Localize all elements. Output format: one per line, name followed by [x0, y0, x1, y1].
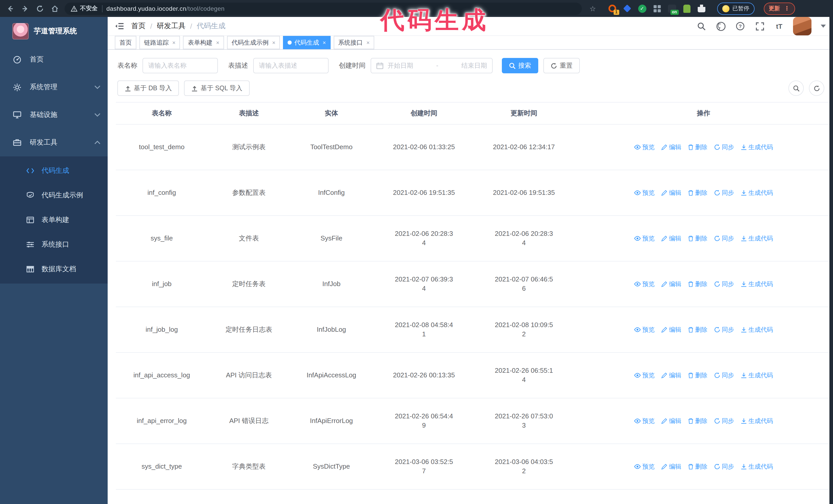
extension-icon-green-check[interactable]: ✓ — [638, 4, 647, 13]
window-scrollbar[interactable] — [829, 17, 833, 504]
sidebar-item-system-api[interactable]: 系统接口 — [0, 232, 108, 257]
preview-link[interactable]: 预览 — [634, 371, 654, 380]
github-icon[interactable] — [715, 21, 727, 32]
sync-link[interactable]: 同步 — [714, 325, 734, 334]
generate-code-link[interactable]: 生成代码 — [741, 143, 773, 152]
refresh-table-button[interactable] — [809, 80, 824, 96]
sync-link[interactable]: 同步 — [714, 371, 734, 380]
close-icon[interactable]: × — [172, 40, 175, 46]
close-icon[interactable]: × — [323, 40, 326, 46]
paused-badge[interactable]: 已暂停 — [717, 2, 754, 15]
tab-home[interactable]: 首页 — [115, 36, 136, 49]
tab-codegen-example[interactable]: 代码生成示例× — [227, 36, 280, 49]
reset-button[interactable]: 重置 — [543, 58, 580, 73]
search-icon[interactable] — [696, 21, 707, 32]
sidebar-item-db-doc[interactable]: 数据库文档 — [0, 257, 108, 282]
tab-form-builder[interactable]: 表单构建× — [183, 36, 224, 49]
sync-link[interactable]: 同步 — [714, 188, 734, 197]
toggle-search-button[interactable] — [788, 80, 804, 96]
sync-link[interactable]: 同步 — [714, 280, 734, 289]
generate-code-link[interactable]: 生成代码 — [741, 188, 773, 197]
kebab-menu-icon[interactable]: ⋮ — [784, 5, 790, 12]
date-range-input[interactable]: 开始日期 - 结束日期 — [371, 58, 493, 73]
home-icon[interactable] — [50, 3, 60, 14]
generate-code-link[interactable]: 生成代码 — [741, 416, 773, 426]
address-bar[interactable]: 不安全 dashboard.yudao.iocoder.cn/tool/code… — [65, 2, 582, 15]
generate-code-link[interactable]: 生成代码 — [741, 325, 773, 334]
back-icon[interactable] — [5, 3, 15, 14]
extension-icon-grid[interactable] — [652, 4, 662, 13]
edit-link[interactable]: 编辑 — [661, 234, 681, 243]
search-button[interactable]: 搜索 — [502, 58, 538, 73]
sidebar-item-codegen[interactable]: 代码生成 — [0, 159, 108, 183]
import-db-button[interactable]: 基于 DB 导入 — [117, 80, 179, 96]
fullscreen-icon[interactable] — [754, 21, 765, 32]
preview-link[interactable]: 预览 — [634, 325, 654, 334]
sync-link[interactable]: 同步 — [714, 462, 734, 471]
extension-icon-green-robot[interactable] — [682, 4, 691, 13]
sync-link[interactable]: 同步 — [714, 234, 734, 243]
extension-icon-puzzle[interactable] — [697, 4, 706, 13]
form-icon — [26, 216, 34, 223]
security-warning[interactable]: 不安全 — [71, 5, 98, 12]
url-text[interactable]: dashboard.yudao.iocoder.cn/tool/codegen — [106, 5, 224, 12]
sidebar-item-codegen-example[interactable]: 代码生成示例 — [0, 183, 108, 208]
table-desc-input[interactable]: 请输入表描述 — [253, 58, 329, 73]
preview-link[interactable]: 预览 — [634, 234, 654, 243]
import-sql-button[interactable]: 基于 SQL 导入 — [184, 80, 249, 96]
preview-link[interactable]: 预览 — [634, 280, 654, 289]
sync-link[interactable]: 同步 — [714, 143, 734, 152]
preview-link[interactable]: 预览 — [634, 188, 654, 197]
extension-icon-dark-on[interactable]: on — [667, 4, 676, 13]
extension-icon-orange[interactable]: 1 — [608, 4, 617, 13]
delete-link[interactable]: 删除 — [688, 325, 708, 334]
delete-link[interactable]: 删除 — [688, 143, 708, 152]
generate-code-link[interactable]: 生成代码 — [741, 234, 773, 243]
preview-link[interactable]: 预览 — [634, 462, 654, 471]
breadcrumb-home[interactable]: 首页 — [131, 22, 146, 31]
delete-link[interactable]: 删除 — [688, 234, 708, 243]
edit-link[interactable]: 编辑 — [661, 325, 681, 334]
update-button[interactable]: 更新 ⋮ — [764, 2, 795, 15]
avatar-caret-icon[interactable] — [821, 25, 826, 28]
table-name-input[interactable]: 请输入表名称 — [143, 58, 218, 73]
generate-code-link[interactable]: 生成代码 — [741, 371, 773, 380]
edit-link[interactable]: 编辑 — [661, 143, 681, 152]
help-icon[interactable]: ? — [735, 21, 746, 32]
preview-link[interactable]: 预览 — [634, 143, 654, 152]
delete-link[interactable]: 删除 — [688, 188, 708, 197]
sync-link[interactable]: 同步 — [714, 416, 734, 426]
edit-link[interactable]: 编辑 — [661, 416, 681, 426]
reload-icon[interactable] — [35, 3, 45, 14]
tab-codegen[interactable]: 代码生成× — [283, 36, 331, 49]
close-icon[interactable]: × — [272, 40, 276, 46]
sidebar-item-dev-tools[interactable]: 研发工具 — [0, 129, 108, 157]
avatar[interactable] — [793, 17, 811, 35]
generate-code-link[interactable]: 生成代码 — [741, 462, 773, 471]
sidebar-item-infrastructure[interactable]: 基础设施 — [0, 101, 108, 129]
edit-link[interactable]: 编辑 — [661, 371, 681, 380]
sidebar-item-system[interactable]: 系统管理 — [0, 73, 108, 101]
edit-link[interactable]: 编辑 — [661, 280, 681, 289]
breadcrumb-dev-tools[interactable]: 研发工具 — [157, 22, 186, 31]
delete-link[interactable]: 删除 — [688, 371, 708, 380]
close-icon[interactable]: × — [216, 40, 219, 46]
close-icon[interactable]: × — [366, 40, 370, 46]
tab-tracing[interactable]: 链路追踪× — [139, 36, 180, 49]
delete-link[interactable]: 删除 — [688, 416, 708, 426]
font-size-icon[interactable]: tT — [774, 21, 785, 32]
extension-icon-gem[interactable] — [623, 4, 632, 13]
edit-link[interactable]: 编辑 — [661, 188, 681, 197]
delete-link[interactable]: 删除 — [688, 280, 708, 289]
app-logo[interactable]: 芋道管理系统 — [0, 17, 108, 46]
sidebar-item-form-builder[interactable]: 表单构建 — [0, 208, 108, 232]
sidebar-item-home[interactable]: 首页 — [0, 46, 108, 73]
bookmark-star-icon[interactable]: ☆ — [590, 4, 596, 13]
preview-link[interactable]: 预览 — [634, 416, 654, 426]
tab-system-api[interactable]: 系统接口× — [334, 36, 375, 49]
edit-link[interactable]: 编辑 — [661, 462, 681, 471]
hamburger-icon[interactable] — [115, 22, 124, 30]
generate-code-link[interactable]: 生成代码 — [741, 280, 773, 289]
delete-link[interactable]: 删除 — [688, 462, 708, 471]
forward-icon[interactable] — [20, 3, 30, 14]
